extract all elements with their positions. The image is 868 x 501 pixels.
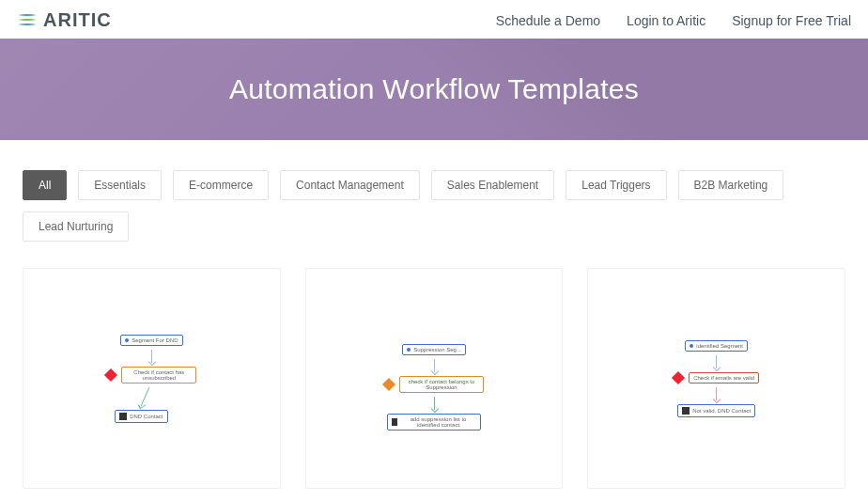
- filter-bar: All Essentials E-commerce Contact Manage…: [0, 140, 868, 258]
- wf-connector: [716, 387, 717, 400]
- top-nav: Schedule a Demo Login to Aritic Signup f…: [496, 13, 851, 28]
- wf-node: Check if emails are valid: [674, 372, 759, 384]
- wf-connector: [716, 355, 717, 368]
- page-title: Automation Workflow Templates: [229, 73, 639, 105]
- nav-login[interactable]: Login to Aritic: [627, 13, 705, 28]
- workflow-diagram: Suppression Seg... check if contact belo…: [384, 327, 484, 431]
- nav-schedule-demo[interactable]: Schedule a Demo: [496, 13, 600, 28]
- wf-connector: [434, 359, 435, 372]
- nav-signup[interactable]: Signup for Free Trial: [732, 13, 851, 28]
- wf-connector: [151, 350, 152, 363]
- square-icon: [119, 413, 127, 420]
- filter-all[interactable]: All: [23, 170, 67, 200]
- wf-node: identified Segment: [685, 340, 748, 352]
- wf-node: Not valid, DND Contact: [677, 404, 755, 417]
- workflow-diagram: identified Segment Check if emails are v…: [674, 340, 759, 417]
- template-card[interactable]: identified Segment Check if emails are v…: [587, 268, 845, 501]
- workflow-diagram: Segment For DND Check if contact has uns…: [106, 335, 196, 423]
- logo[interactable]: ARITIC: [17, 9, 112, 31]
- diamond-icon: [104, 368, 117, 381]
- template-preview: Segment For DND Check if contact has uns…: [23, 268, 281, 489]
- filter-contact-management[interactable]: Contact Management: [280, 170, 420, 200]
- template-grid: Segment For DND Check if contact has uns…: [0, 258, 868, 501]
- wf-node: add suppression list to identified conta…: [387, 414, 481, 431]
- wf-node: DND Contact: [115, 410, 167, 423]
- filter-essentials[interactable]: Essentials: [78, 170, 162, 200]
- template-card[interactable]: Segment For DND Check if contact has uns…: [23, 268, 281, 501]
- wf-node: check if contact belongs to Suppression: [384, 376, 484, 393]
- filter-ecommerce[interactable]: E-commerce: [173, 170, 269, 200]
- logo-text: ARITIC: [43, 9, 112, 31]
- wf-node: Segment For DND: [120, 335, 182, 346]
- template-card[interactable]: Suppression Seg... check if contact belo…: [305, 268, 564, 501]
- diamond-icon: [382, 377, 395, 390]
- wf-connector: [140, 387, 149, 406]
- wf-node: Check if contact has unsubscribed: [106, 367, 196, 384]
- template-preview: identified Segment Check if emails are v…: [587, 268, 845, 489]
- logo-icon: [17, 12, 38, 29]
- square-icon: [682, 407, 690, 415]
- hero-banner: Automation Workflow Templates: [0, 39, 868, 140]
- wf-connector: [434, 397, 435, 410]
- square-icon: [392, 418, 397, 426]
- filter-lead-triggers[interactable]: Lead Triggers: [566, 170, 666, 200]
- topbar: ARITIC Schedule a Demo Login to Aritic S…: [0, 0, 868, 39]
- filter-sales-enablement[interactable]: Sales Enablement: [431, 170, 554, 200]
- diamond-icon: [672, 370, 685, 384]
- wf-node: Suppression Seg...: [402, 344, 466, 355]
- filter-b2b-marketing[interactable]: B2B Marketing: [678, 170, 784, 200]
- template-preview: Suppression Seg... check if contact belo…: [305, 268, 564, 489]
- filter-lead-nurturing[interactable]: Lead Nurturing: [23, 211, 129, 242]
